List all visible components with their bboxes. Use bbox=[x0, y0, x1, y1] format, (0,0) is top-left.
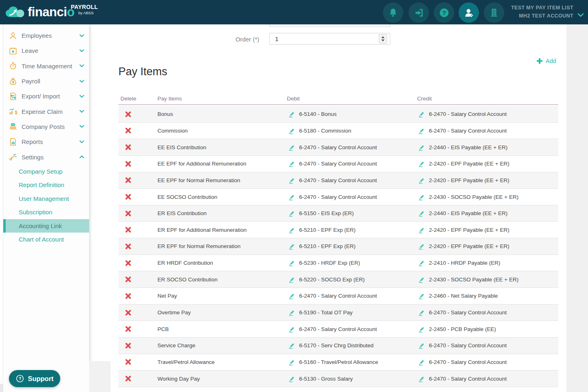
pencil-icon bbox=[418, 177, 425, 184]
stepper-down-icon[interactable] bbox=[381, 39, 385, 41]
sidebar-subitem-chart-of-account[interactable]: Chart of Account bbox=[3, 233, 89, 246]
pencil-icon bbox=[289, 259, 295, 266]
edit-credit-button[interactable] bbox=[418, 210, 425, 217]
sidebar-subitem-accounting-link[interactable]: Accounting Link bbox=[3, 219, 89, 233]
delete-button[interactable] bbox=[124, 156, 133, 172]
delete-button[interactable] bbox=[124, 238, 133, 255]
edit-credit-button[interactable] bbox=[418, 226, 425, 233]
edit-debit-button[interactable] bbox=[289, 292, 295, 299]
sign-out-button[interactable] bbox=[409, 2, 429, 23]
edit-debit-button[interactable] bbox=[289, 226, 295, 233]
sidebar-item-export-import[interactable]: Export/ Import bbox=[3, 89, 89, 104]
chevron-down-icon bbox=[79, 125, 84, 128]
edit-credit-button[interactable] bbox=[418, 375, 425, 382]
order-stepper[interactable] bbox=[379, 34, 387, 44]
edit-credit-button[interactable] bbox=[418, 342, 425, 349]
edit-credit-button[interactable] bbox=[418, 326, 425, 333]
sidebar-item-company-posts[interactable]: Company Posts bbox=[3, 119, 89, 134]
delete-button[interactable] bbox=[124, 106, 133, 122]
delete-button[interactable] bbox=[124, 271, 133, 287]
sidebar-item-expense-claim[interactable]: $ Expense Claim bbox=[3, 104, 89, 119]
edit-debit-button[interactable] bbox=[289, 276, 295, 283]
order-input[interactable] bbox=[269, 33, 390, 45]
edit-debit-button[interactable] bbox=[289, 259, 295, 266]
product-byline: by ABSS bbox=[71, 11, 94, 15]
support-button[interactable]: ? Support bbox=[9, 370, 60, 387]
edit-debit-button[interactable] bbox=[289, 127, 295, 134]
sidebar-item-leave[interactable]: Leave bbox=[3, 43, 89, 58]
delete-x-icon bbox=[125, 111, 131, 118]
edit-debit-button[interactable] bbox=[289, 309, 295, 316]
add-button-label: Add bbox=[546, 58, 556, 64]
edit-credit-button[interactable] bbox=[418, 177, 425, 184]
edit-debit-button[interactable] bbox=[289, 243, 295, 250]
delete-button[interactable] bbox=[124, 189, 133, 205]
edit-debit-button[interactable] bbox=[289, 375, 295, 382]
delete-button[interactable] bbox=[124, 123, 133, 139]
delete-button[interactable] bbox=[124, 338, 133, 354]
edit-credit-button[interactable] bbox=[418, 259, 425, 266]
edit-debit-button[interactable] bbox=[289, 210, 295, 217]
debit-account: 6-5130 - Gross Salary bbox=[299, 376, 353, 382]
edit-debit-button[interactable] bbox=[289, 111, 295, 118]
pencil-icon bbox=[289, 226, 295, 233]
edit-credit-button[interactable] bbox=[418, 160, 425, 167]
credit-account: 6-2470 - Salary Control Account bbox=[429, 309, 507, 316]
add-pay-item-button[interactable]: Add bbox=[536, 58, 556, 64]
edit-debit-button[interactable] bbox=[289, 144, 295, 151]
top-header-bar: financio PAYROLL by ABSS ? bbox=[0, 0, 588, 24]
delete-button[interactable] bbox=[124, 288, 133, 304]
sidebar-subitem-report-definition[interactable]: Report Definition bbox=[3, 178, 89, 192]
edit-credit-button[interactable] bbox=[418, 111, 425, 118]
delete-button[interactable] bbox=[124, 321, 133, 337]
help-button[interactable]: ? bbox=[434, 2, 454, 23]
edit-credit-button[interactable] bbox=[418, 194, 425, 200]
edit-debit-button[interactable] bbox=[289, 160, 295, 167]
sidebar-item-label: Export/ Import bbox=[22, 93, 60, 100]
table-row: Net Pay 6-2470 - Salary Control Account … bbox=[118, 288, 558, 305]
edit-credit-button[interactable] bbox=[418, 309, 425, 316]
sidebar-item-time-management[interactable]: Time Management bbox=[3, 59, 89, 74]
delete-button[interactable] bbox=[124, 172, 133, 189]
edit-debit-button[interactable] bbox=[289, 359, 295, 366]
sidebar-subitem-label: Accounting Link bbox=[19, 222, 62, 229]
notifications-button[interactable] bbox=[383, 2, 403, 23]
delete-button[interactable] bbox=[124, 354, 133, 370]
app-logo[interactable]: financio bbox=[5, 0, 74, 24]
sidebar-item-reports[interactable]: Reports bbox=[3, 134, 89, 149]
edit-debit-button[interactable] bbox=[289, 326, 295, 333]
delete-button[interactable] bbox=[124, 205, 133, 222]
pay-item-name: Net Pay bbox=[157, 288, 177, 304]
edit-credit-button[interactable] bbox=[418, 276, 425, 283]
edit-debit-button[interactable] bbox=[289, 177, 295, 184]
workspace-selector[interactable]: TEST MY PAY ITEM LIST MH2 TEST ACCOUNT bbox=[511, 4, 573, 20]
sidebar-subitem-subscription[interactable]: Subscription bbox=[3, 205, 89, 219]
edit-credit-button[interactable] bbox=[418, 243, 425, 250]
pay-item-name: ER EIS Contribution bbox=[157, 205, 207, 222]
delete-button[interactable] bbox=[124, 305, 133, 321]
table-row: EE EIS Contribution 6-2470 - Salary Cont… bbox=[118, 139, 558, 156]
edit-credit-button[interactable] bbox=[418, 359, 425, 366]
company-button[interactable] bbox=[484, 2, 504, 23]
delete-button[interactable] bbox=[124, 370, 133, 387]
pencil-icon bbox=[418, 292, 425, 299]
sidebar-subitem-company-setup[interactable]: Company Setup bbox=[3, 165, 89, 179]
sidebar-item-payroll[interactable]: $ Payroll bbox=[3, 74, 89, 89]
sidebar-item-employees[interactable]: Employees bbox=[3, 28, 89, 43]
debit-account: 6-5160 - Travel/Petrol Allowance bbox=[299, 359, 378, 365]
credit-account: 2-2420 - EPF Payable (EE + ER) bbox=[429, 227, 509, 233]
edit-credit-button[interactable] bbox=[418, 292, 425, 299]
delete-x-icon bbox=[125, 326, 131, 332]
edit-credit-button[interactable] bbox=[418, 144, 425, 151]
sidebar-subitem-user-management[interactable]: User Management bbox=[3, 192, 89, 206]
sidebar-item-label: Reports bbox=[22, 138, 43, 145]
delete-button[interactable] bbox=[124, 222, 133, 238]
edit-credit-button[interactable] bbox=[418, 127, 425, 134]
stepper-up-icon[interactable] bbox=[381, 36, 385, 38]
edit-debit-button[interactable] bbox=[289, 342, 295, 349]
delete-button[interactable] bbox=[124, 139, 133, 155]
edit-debit-button[interactable] bbox=[289, 194, 295, 200]
user-settings-button[interactable] bbox=[459, 2, 479, 23]
delete-button[interactable] bbox=[124, 255, 133, 271]
sidebar-item-settings[interactable]: Settings bbox=[3, 149, 89, 164]
